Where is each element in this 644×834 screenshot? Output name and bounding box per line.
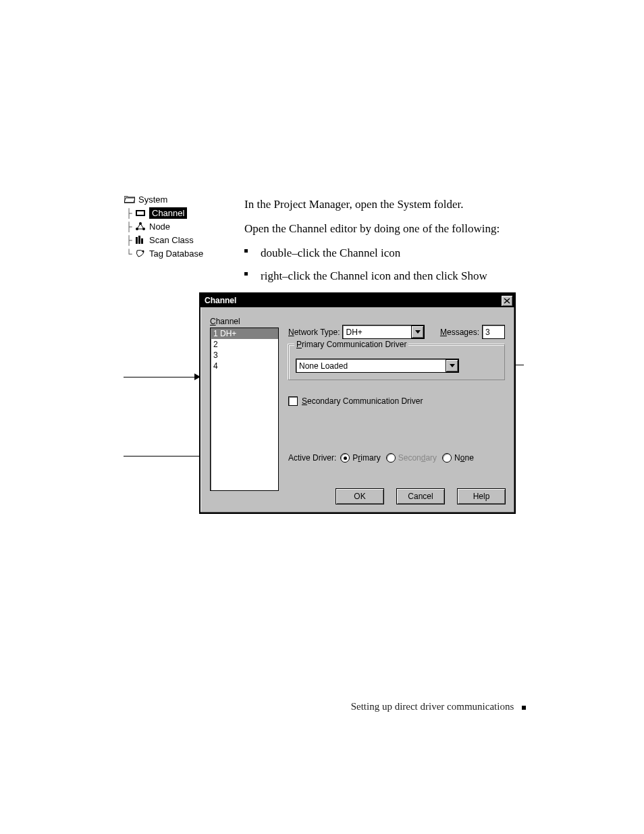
network-type-value: DH+ [343,328,411,337]
svg-point-8 [142,250,144,252]
tree-item-scan-class-label: Scan Class [149,235,194,245]
project-tree: System ├ Channel ├ Node ├ Scan Class └ [124,192,203,260]
tree-root-label: System [138,194,167,205]
close-button[interactable] [501,295,513,307]
help-button[interactable]: Help [457,488,506,504]
list-item[interactable]: 4 [211,361,278,371]
dropdown-button[interactable] [411,325,424,338]
bullet-1: double–click the Channel icon [244,244,531,262]
radio-secondary [386,453,396,463]
scan-class-icon [134,235,146,244]
svg-rect-1 [137,211,144,215]
paragraph-1: In the Project Manager, open the System … [244,196,528,213]
channel-listbox[interactable]: 1 DH+ 2 3 4 [210,328,279,491]
primary-driver-legend: Primary Communication Driver [294,340,408,349]
secondary-driver-checkbox[interactable] [288,396,298,406]
channel-icon [134,208,146,217]
bullet-icon [244,249,248,253]
cancel-button[interactable]: Cancel [396,488,445,504]
network-type-dropdown[interactable]: DH+ [342,325,425,339]
bullet-icon [244,272,248,276]
dialog-title-text: Channel [205,296,236,305]
messages-label: Messages: [440,328,479,337]
footer-text: Setting up direct driver communications [351,701,514,712]
bullet-2: right–click the Channel icon and then cl… [244,267,531,285]
radio-primary-label: Primary [352,453,380,463]
primary-driver-value: None Loaded [296,361,446,371]
tree-branch-icon: └ [124,249,134,259]
radio-none[interactable] [442,453,452,463]
channel-dialog: Channel Channel 1 DH+ 2 3 4 Network Type… [199,292,516,514]
tree-branch-icon: ├ [124,221,134,232]
svg-rect-5 [136,237,138,244]
paragraph-2: Open the Channel editor by doing one of … [244,220,528,238]
dialog-titlebar: Channel [200,294,514,307]
folder-open-icon [124,194,136,204]
page-footer: Setting up direct driver communications [351,701,526,712]
svg-rect-6 [138,236,140,244]
footer-bullet-icon [522,706,526,710]
channel-list-label: Channel [210,317,240,326]
dropdown-button[interactable] [446,359,458,372]
secondary-driver-label: Secondary Communication Driver [302,396,423,406]
list-item[interactable]: 2 [211,339,278,350]
ok-button[interactable]: OK [336,488,384,504]
tree-item-channel[interactable]: ├ Channel [124,206,203,219]
radio-none-label: None [454,453,474,463]
callout-line [124,377,196,377]
bullet-1-text: double–click the Channel icon [261,246,400,259]
tag-database-icon [134,249,146,258]
close-icon [504,298,510,304]
tree-item-node-label: Node [149,221,170,232]
messages-input[interactable]: 3 [482,325,505,339]
primary-driver-dropdown[interactable]: None Loaded [296,359,459,373]
chevron-down-icon [415,330,421,334]
radio-secondary-label: Secondary [398,453,437,463]
list-item[interactable]: 3 [211,350,278,361]
primary-driver-group: Primary Communication Driver None Loaded [288,344,505,380]
radio-primary[interactable] [340,453,350,463]
tree-item-channel-label: Channel [149,207,187,219]
tree-root[interactable]: System [124,192,203,206]
active-driver-label: Active Driver: [288,453,336,463]
chevron-down-icon [450,364,455,367]
tree-item-tag-database[interactable]: └ Tag Database [124,246,203,260]
tree-item-tag-database-label: Tag Database [149,249,203,259]
svg-rect-7 [141,238,143,244]
bullet-2-text: right–click the Channel icon and then cl… [261,269,487,282]
network-type-label: Network Type: [288,328,340,337]
node-icon [134,221,146,231]
tree-branch-icon: ├ [124,208,134,218]
tree-branch-icon: ├ [124,235,134,245]
tree-item-node[interactable]: ├ Node [124,219,203,233]
tree-item-scan-class[interactable]: ├ Scan Class [124,233,203,246]
list-item[interactable]: 1 DH+ [211,328,278,339]
